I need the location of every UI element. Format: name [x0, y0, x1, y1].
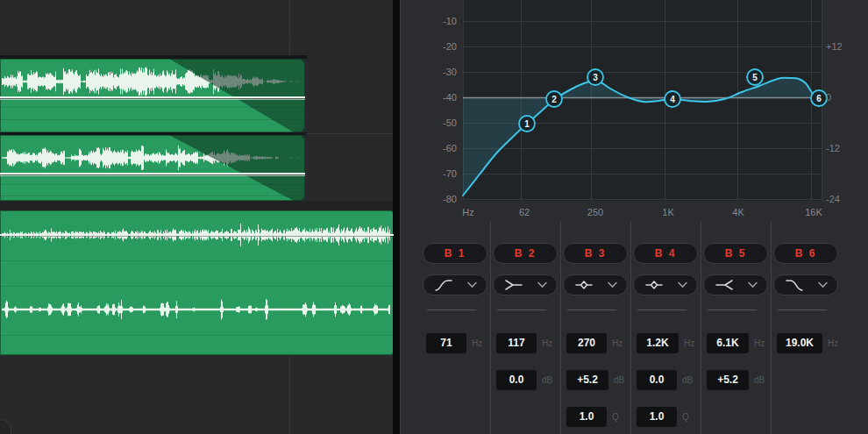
q-unit-label: Q [612, 412, 619, 422]
y-axis-tick-left: -30 [427, 65, 457, 79]
x-axis-tick: 250 [576, 205, 615, 219]
band-column-1: B 171Hz [420, 219, 490, 434]
frequency-field-6[interactable]: 19.0K [777, 333, 822, 353]
frequency-unit-label: Hz [754, 338, 765, 348]
clip-lane-line [0, 119, 305, 120]
filter-type-dropdown-4[interactable] [633, 274, 698, 295]
filter-type-icon-bell [573, 277, 594, 293]
y-axis-tick-left: 0 [427, 0, 457, 3]
q-unit-label: Q [682, 412, 689, 422]
floating-window-corner [0, 419, 11, 434]
band-column-5: B 56.1KHz+5.2dB [701, 219, 771, 434]
frequency-field-2[interactable]: 117 [496, 333, 537, 353]
waveform-baseline [0, 234, 394, 236]
x-axis-tick: 1K [649, 205, 687, 219]
gain-unit-label: dB [682, 375, 693, 385]
gain-field-3[interactable]: +5.2 [566, 370, 608, 390]
svg-text:6: 6 [816, 94, 822, 103]
band-enable-button-4[interactable]: B 4 [633, 243, 698, 264]
gain-field-5[interactable]: +5.2 [707, 370, 749, 390]
eq-control-point-6[interactable]: 6 [811, 90, 827, 106]
clip-lane-line [0, 335, 394, 336]
frequency-field-3[interactable]: 270 [566, 333, 607, 353]
filter-type-dropdown-6[interactable] [773, 274, 838, 295]
value-row: 270Hz [566, 333, 623, 353]
chevron-down-icon [467, 281, 477, 288]
band-divider-line [778, 309, 827, 310]
frequency-unit-label: Hz [542, 338, 552, 348]
band-enable-button-2[interactable]: B 2 [493, 243, 558, 264]
band-enable-button-3[interactable]: B 3 [563, 243, 628, 264]
track-boundary [305, 133, 393, 134]
value-row: 1.0Q [566, 407, 619, 427]
equalizer-panel: 123456 0-10-20-30-40-50-60-70-80+24+120-… [400, 0, 868, 434]
y-axis-tick-left: -10 [427, 14, 457, 28]
waveform-baseline [0, 96, 305, 98]
q-field-3[interactable]: 1.0 [566, 407, 607, 427]
frequency-field-1[interactable]: 71 [426, 333, 466, 353]
gain-unit-label: dB [542, 375, 552, 385]
band-enable-button-1[interactable]: B 1 [423, 243, 487, 264]
y-axis-tick-right: +24 [826, 0, 843, 3]
gain-field-2[interactable]: 0.0 [496, 370, 537, 390]
y-axis-tick-left: -60 [427, 141, 457, 155]
frequency-field-5[interactable]: 6.1K [707, 333, 749, 353]
band-enable-button-5[interactable]: B 5 [703, 243, 768, 264]
eq-control-point-2[interactable]: 2 [546, 91, 562, 107]
eq-plot-background [463, 0, 822, 201]
svg-text:1: 1 [524, 119, 530, 129]
clip-lane-line [0, 260, 394, 261]
band-divider-line [567, 309, 616, 310]
waveform-clip-3 [0, 210, 394, 355]
gain-unit-label: dB [754, 375, 765, 385]
filter-type-dropdown-2[interactable] [493, 274, 558, 295]
x-axis-tick: Hz [449, 205, 487, 219]
band-divider-line [427, 309, 476, 310]
track-boundary [0, 39, 393, 39]
chevron-down-icon [748, 281, 758, 288]
gain-unit-label: dB [614, 375, 624, 385]
chevron-down-icon [678, 281, 687, 288]
band-divider-line [708, 309, 757, 310]
filter-type-icon-bell [644, 277, 665, 293]
value-row: 19.0KHz [777, 333, 838, 353]
svg-text:4: 4 [670, 95, 675, 104]
waveform-baseline [0, 173, 305, 174]
fairlight-eq-screen: 123456 0-10-20-30-40-50-60-70-80+24+120-… [0, 0, 868, 434]
eq-control-point-1[interactable]: 1 [519, 116, 535, 132]
y-axis-tick-left: -70 [427, 167, 457, 181]
audio-clip-2[interactable] [0, 135, 305, 201]
value-row: +5.2dB [566, 370, 624, 390]
filter-type-dropdown-1[interactable] [423, 274, 487, 295]
frequency-unit-label: Hz [472, 338, 482, 348]
y-axis-tick-right: +12 [826, 39, 843, 53]
filter-type-dropdown-3[interactable] [563, 274, 628, 295]
q-field-4[interactable]: 1.0 [637, 407, 677, 427]
eq-control-point-5[interactable]: 5 [747, 69, 763, 85]
band-enable-button-6[interactable]: B 6 [773, 243, 838, 264]
y-axis-tick-left: -80 [427, 192, 457, 206]
audio-clip-3[interactable] [0, 210, 394, 355]
chevron-down-icon [608, 281, 617, 288]
clip-lane-line [0, 184, 305, 185]
value-row: 117Hz [496, 333, 552, 353]
y-axis-tick-right: 0 [826, 90, 831, 104]
frequency-unit-label: Hz [684, 338, 694, 348]
gain-field-4[interactable]: 0.0 [637, 370, 677, 390]
value-row: 6.1KHz [707, 333, 765, 353]
value-row: 1.2KHz [637, 333, 694, 353]
svg-text:5: 5 [752, 73, 758, 82]
audio-clip-1[interactable] [0, 59, 305, 132]
band-column-6: B 619.0KHz [771, 219, 841, 434]
frequency-unit-label: Hz [612, 338, 623, 348]
band-column-2: B 2117Hz0.0dB [490, 219, 560, 434]
filter-type-icon-high-pass [433, 277, 454, 293]
eq-control-point-4[interactable]: 4 [665, 91, 680, 107]
y-axis-tick-right: -24 [826, 192, 840, 206]
eq-control-point-3[interactable]: 3 [587, 69, 603, 85]
frequency-field-4[interactable]: 1.2K [637, 333, 679, 353]
chevron-down-icon [818, 281, 828, 288]
filter-type-dropdown-5[interactable] [703, 274, 768, 295]
filter-type-icon-high-shelf [714, 277, 735, 293]
band-column-4: B 41.2KHz0.0dB1.0Q [630, 219, 701, 434]
